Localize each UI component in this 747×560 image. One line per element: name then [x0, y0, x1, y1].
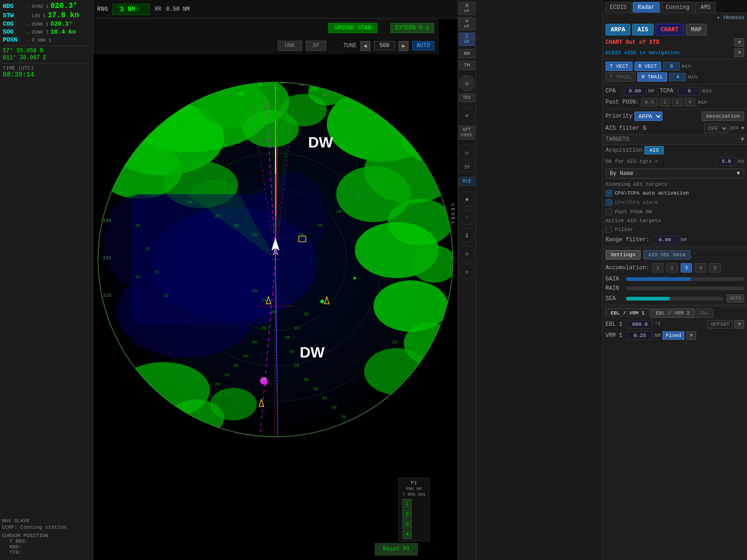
aisvdl-tab[interactable]: AIS VDL Data	[643, 250, 691, 259]
circle-icon-1[interactable]: ◎	[459, 75, 475, 91]
accum-2-btn[interactable]: 2	[666, 263, 678, 273]
vect-unit: min	[682, 63, 691, 69]
extern-button[interactable]: EXTERN X-1	[390, 23, 434, 33]
acquisition-ais-button[interactable]: AIS	[644, 146, 664, 154]
sea-slider[interactable]	[626, 297, 724, 301]
offset-button[interactable]: OFFSET	[708, 320, 733, 329]
priority-select[interactable]: ARPA	[634, 112, 662, 121]
tune-auto-button[interactable]: AUTO	[412, 41, 434, 50]
association-button[interactable]: Association	[702, 112, 744, 121]
past-posn-on-toggle[interactable]	[606, 209, 612, 215]
circle-icon-3[interactable]: ◎	[459, 145, 475, 161]
vrm1-input[interactable]: 0.25	[627, 331, 653, 340]
posn-2-btn[interactable]: 2	[672, 98, 683, 106]
ais-filter-row: AIS filter S OFF OFF ▼	[603, 122, 747, 134]
by-name-select[interactable]: By Name ▼	[606, 168, 744, 179]
posn-05-btn[interactable]: 0.5	[641, 98, 658, 106]
stab-button[interactable]: GROUND STAB	[328, 23, 377, 33]
tab-radar[interactable]: Radar	[633, 2, 660, 13]
ais-filter-off-group: OFF OFF ▼	[704, 124, 744, 133]
rain-slider[interactable]	[626, 287, 744, 290]
sp-button[interactable]: SP	[306, 41, 326, 51]
tgt-button[interactable]: TGt	[459, 93, 475, 102]
tcpa-input[interactable]: 0	[678, 87, 700, 95]
ecdis-aids-dropdown[interactable]: ▼	[734, 49, 744, 57]
tvect-button[interactable]: T VECT	[606, 62, 633, 71]
ebl1-input[interactable]: 000.0	[627, 320, 653, 329]
ebl-offset-dropdown[interactable]: ▼	[734, 320, 744, 329]
tune-right-arrow[interactable]: ▶	[399, 41, 409, 51]
ttrail-button[interactable]: T TRAIL	[606, 72, 635, 82]
svg-text:20: 20	[285, 336, 290, 340]
hup-button[interactable]: HUP	[459, 17, 475, 30]
accum-4-btn[interactable]: 4	[695, 263, 706, 273]
ais-button[interactable]: AIS	[632, 24, 653, 35]
rtrail-button[interactable]: R TRAIL	[637, 72, 667, 82]
pi-2-button[interactable]: 2	[402, 509, 412, 518]
radar-display[interactable]: GROUND STAB EXTERN X-1 UNK SP TUNE ◀ 500…	[93, 19, 458, 560]
gain-slider[interactable]	[626, 277, 744, 281]
svg-text:20: 20	[311, 86, 317, 92]
trail-value[interactable]: 4	[669, 73, 686, 81]
range-filter-input[interactable]: 6.00	[652, 236, 678, 244]
reset-pi-button[interactable]: Reset PI	[375, 543, 418, 555]
auto-button[interactable]: AUTO	[726, 294, 744, 302]
settings-tab[interactable]: Settings	[606, 250, 641, 259]
rm-button[interactable]: RM	[459, 49, 475, 58]
ir-button[interactable]: IR	[459, 163, 475, 172]
pi-4-button[interactable]: 4	[402, 530, 412, 539]
posn-1-btn[interactable]: 1	[660, 98, 670, 106]
rr-value: 0.50 NM	[166, 6, 190, 13]
rte-button[interactable]: RtE	[459, 177, 475, 186]
chart-out-row: CHART Out of XTD ▼	[603, 37, 747, 48]
cog-sub: - DUNK 1	[26, 22, 49, 27]
tm-button[interactable]: TM	[459, 61, 475, 70]
circle-icon-6[interactable]: i	[459, 227, 475, 243]
pi-1-button[interactable]: 1	[402, 499, 412, 508]
range-filter-row: Range filter: 6.00 NM	[603, 234, 747, 245]
circle-icon-7[interactable]: ◎	[459, 245, 475, 261]
nup-button[interactable]: NUP	[459, 2, 475, 15]
svg-text:20: 20	[252, 289, 257, 294]
chl-tab[interactable]: CHL	[696, 308, 713, 318]
filter-toggle[interactable]	[606, 226, 612, 233]
sidebar-icons: NUP HUP CUP RM TM ◎ TGt ⊗ Offcent ◎ IR R…	[458, 0, 476, 560]
fixed-button[interactable]: Fixed	[662, 331, 684, 340]
accum-5-btn[interactable]: 5	[709, 263, 721, 273]
map-button[interactable]: MAP	[686, 24, 707, 35]
rng-value-box[interactable]: 3 NM ▼	[113, 4, 150, 15]
arpa-button[interactable]: ARPA	[606, 24, 630, 35]
chart-button[interactable]: CHART	[655, 24, 684, 35]
cpa-input[interactable]: 0.00	[624, 87, 646, 95]
off-cent-button[interactable]: Offcent	[459, 126, 475, 140]
tab-conning[interactable]: Conning	[661, 2, 694, 13]
dr-input[interactable]: 5.0	[717, 157, 736, 166]
cpa-alarm-label: CPA\TCPA alarm	[615, 200, 658, 205]
top-tabs: ECDIS Radar Conning AMS	[603, 0, 747, 13]
tab-ams[interactable]: AMS	[695, 2, 716, 13]
circle-icon-5[interactable]: ○	[459, 209, 475, 225]
rng-label: RNG	[97, 6, 108, 13]
cpa-auto-checkbox[interactable]	[606, 190, 612, 196]
ebl-vrm2-tab[interactable]: EBL / VRM 2	[651, 308, 695, 318]
chart-out-dropdown[interactable]: ▼	[734, 38, 744, 47]
pi-buttons: 1 2 3 4	[402, 499, 425, 539]
radar-circle-container[interactable]: DW DW 20	[93, 54, 458, 560]
circle-icon-8[interactable]: ⊙	[459, 264, 475, 280]
vect-value[interactable]: 6	[663, 62, 680, 70]
tune-left-arrow[interactable]: ◀	[360, 41, 370, 51]
tab-ecdis[interactable]: ECDIS	[605, 2, 632, 13]
unk-button[interactable]: UNK	[278, 41, 302, 51]
accum-1-btn[interactable]: 1	[652, 263, 664, 273]
pi-3-button[interactable]: 3	[402, 519, 412, 529]
rvect-button[interactable]: R VECT	[634, 62, 662, 71]
vrm-fixed-dropdown[interactable]: ▼	[686, 331, 696, 340]
posn-4-btn[interactable]: 4	[684, 98, 695, 106]
cpa-alarm-checkbox[interactable]	[606, 199, 612, 206]
ebl-vrm1-tab[interactable]: EBL / VRM 1	[606, 308, 650, 318]
ais-filter-select[interactable]: OFF	[704, 124, 728, 133]
circle-icon-4[interactable]: ◉	[459, 191, 475, 207]
circle-icon-2[interactable]: ⊗	[459, 107, 475, 123]
accum-3-btn[interactable]: 3	[681, 263, 692, 273]
cup-button[interactable]: CUP	[459, 33, 475, 46]
